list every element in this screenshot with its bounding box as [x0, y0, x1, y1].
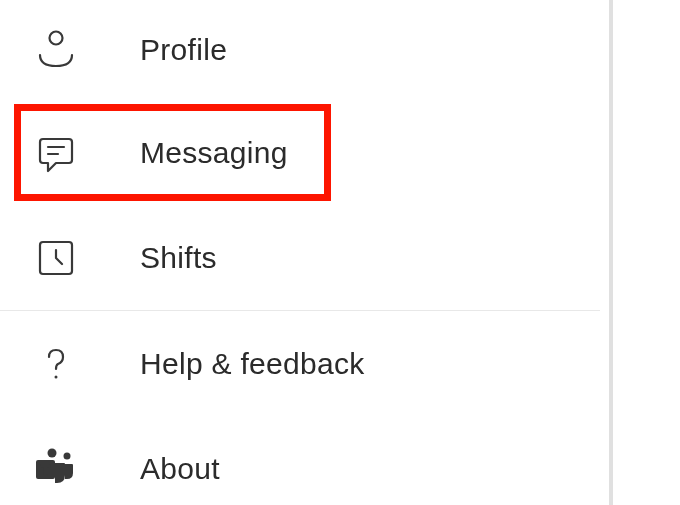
settings-menu: Profile Messaging Shifts Hel [0, 0, 600, 505]
svg-point-6 [64, 452, 71, 459]
shifts-icon [30, 232, 82, 284]
messaging-icon [30, 127, 82, 179]
menu-item-help[interactable]: Help & feedback [0, 311, 600, 416]
svg-point-4 [55, 375, 58, 378]
menu-item-label: Messaging [140, 136, 288, 170]
svg-text:T: T [42, 462, 50, 477]
menu-item-label: Help & feedback [140, 347, 365, 381]
profile-icon [30, 24, 82, 76]
menu-item-about[interactable]: T About [0, 416, 600, 505]
menu-item-label: About [140, 452, 220, 486]
scrollbar[interactable] [609, 0, 613, 505]
menu-item-shifts[interactable]: Shifts [0, 205, 600, 310]
teams-icon: T [30, 443, 82, 495]
svg-point-5 [48, 448, 57, 457]
menu-item-messaging[interactable]: Messaging [0, 100, 600, 205]
menu-item-label: Shifts [140, 241, 217, 275]
menu-item-label: Profile [140, 33, 227, 67]
svg-point-0 [50, 32, 63, 45]
menu-item-profile[interactable]: Profile [0, 0, 600, 100]
help-icon [30, 338, 82, 390]
